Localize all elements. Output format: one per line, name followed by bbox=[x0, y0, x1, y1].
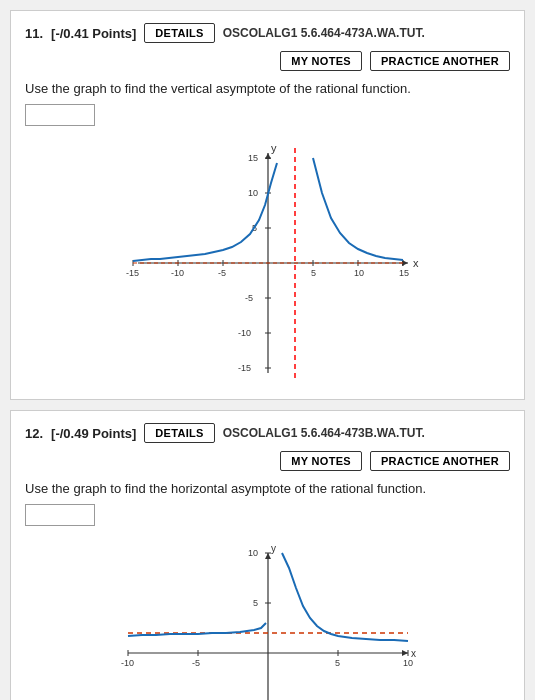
svg-text:5: 5 bbox=[253, 598, 258, 608]
question-text-11: Use the graph to find the vertical asymp… bbox=[25, 81, 510, 96]
svg-text:5: 5 bbox=[311, 268, 316, 278]
svg-text:-10: -10 bbox=[171, 268, 184, 278]
svg-text:10: 10 bbox=[248, 188, 258, 198]
svg-text:-5: -5 bbox=[218, 268, 226, 278]
mynotes-button-12[interactable]: MY NOTES bbox=[280, 451, 362, 471]
svg-text:10: 10 bbox=[354, 268, 364, 278]
graph-svg-12: x y -5 5 -10 10 10 5 -5 bbox=[118, 543, 418, 700]
svg-text:-5: -5 bbox=[245, 293, 253, 303]
question-number-11: 11. bbox=[25, 26, 43, 41]
svg-text:15: 15 bbox=[399, 268, 409, 278]
details-button-12[interactable]: DETAILS bbox=[144, 423, 214, 443]
graph-svg-11: x y -15 -10 -5 5 bbox=[108, 143, 428, 383]
svg-text:15: 15 bbox=[248, 153, 258, 163]
mynotes-button-11[interactable]: MY NOTES bbox=[280, 51, 362, 71]
course-code-12: OSCOLALG1 5.6.464-473B.WA.TUT. bbox=[223, 426, 425, 440]
svg-text:-10: -10 bbox=[238, 328, 251, 338]
svg-text:-5: -5 bbox=[192, 658, 200, 668]
graph-12: x y -5 5 -10 10 10 5 -5 bbox=[25, 543, 510, 700]
svg-text:-15: -15 bbox=[126, 268, 139, 278]
svg-text:10: 10 bbox=[403, 658, 413, 668]
practice-button-11[interactable]: PRACTICE ANOTHER bbox=[370, 51, 510, 71]
question-block-12: 12. [-/0.49 Points] DETAILS OSCOLALG1 5.… bbox=[10, 410, 525, 700]
svg-text:y: y bbox=[271, 143, 277, 154]
details-button-11[interactable]: DETAILS bbox=[144, 23, 214, 43]
question-points-11: [-/0.41 Points] bbox=[51, 26, 136, 41]
question-header-12: 12. [-/0.49 Points] DETAILS OSCOLALG1 5.… bbox=[25, 423, 510, 471]
question-number-12: 12. bbox=[25, 426, 43, 441]
question-points-12: [-/0.49 Points] bbox=[51, 426, 136, 441]
svg-text:5: 5 bbox=[335, 658, 340, 668]
practice-button-12[interactable]: PRACTICE ANOTHER bbox=[370, 451, 510, 471]
svg-text:y: y bbox=[271, 543, 276, 554]
answer-input-11[interactable] bbox=[25, 104, 95, 126]
svg-text:10: 10 bbox=[248, 548, 258, 558]
answer-input-12[interactable] bbox=[25, 504, 95, 526]
question-header-11: 11. [-/0.41 Points] DETAILS OSCOLALG1 5.… bbox=[25, 23, 510, 71]
question-text-12: Use the graph to find the horizontal asy… bbox=[25, 481, 510, 496]
graph-11: x y -15 -10 -5 5 bbox=[25, 143, 510, 383]
question-block-11: 11. [-/0.41 Points] DETAILS OSCOLALG1 5.… bbox=[10, 10, 525, 400]
course-code-11: OSCOLALG1 5.6.464-473A.WA.TUT. bbox=[223, 26, 425, 40]
svg-text:x: x bbox=[413, 257, 419, 269]
svg-text:-10: -10 bbox=[121, 658, 134, 668]
svg-text:-15: -15 bbox=[238, 363, 251, 373]
